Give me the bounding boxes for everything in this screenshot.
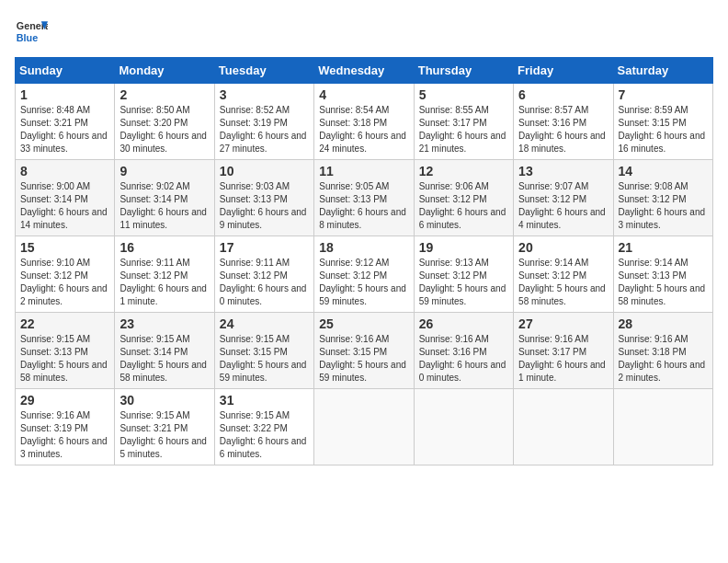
day-info: Sunrise: 9:16 AMSunset: 3:17 PMDaylight:…	[518, 333, 608, 385]
calendar-day-cell: 14Sunrise: 9:08 AMSunset: 3:12 PMDayligh…	[613, 160, 712, 236]
day-number: 7	[619, 87, 708, 102]
calendar-day-cell: 16Sunrise: 9:11 AMSunset: 3:12 PMDayligh…	[115, 236, 214, 313]
day-info: Sunrise: 8:59 AMSunset: 3:15 PMDaylight:…	[619, 104, 708, 155]
day-number: 13	[518, 164, 608, 178]
day-info: Sunrise: 9:12 AMSunset: 3:12 PMDaylight:…	[319, 257, 408, 308]
weekday-header: Saturday	[613, 58, 712, 84]
day-info: Sunrise: 8:54 AMSunset: 3:18 PMDaylight:…	[319, 104, 408, 155]
calendar-day-cell: 31Sunrise: 9:15 AMSunset: 3:22 PMDayligh…	[214, 389, 313, 465]
calendar-day-cell: 10Sunrise: 9:03 AMSunset: 3:13 PMDayligh…	[214, 160, 313, 236]
day-info: Sunrise: 9:06 AMSunset: 3:12 PMDaylight:…	[419, 180, 508, 232]
calendar-day-cell	[314, 389, 414, 465]
calendar-day-cell: 21Sunrise: 9:14 AMSunset: 3:13 PMDayligh…	[613, 236, 712, 313]
day-number: 25	[319, 316, 408, 331]
calendar-day-cell: 27Sunrise: 9:16 AMSunset: 3:17 PMDayligh…	[514, 313, 613, 389]
calendar-day-cell: 5Sunrise: 8:55 AMSunset: 3:17 PMDaylight…	[414, 84, 513, 160]
day-info: Sunrise: 9:15 AMSunset: 3:14 PMDaylight:…	[119, 333, 209, 385]
day-number: 16	[119, 240, 209, 255]
day-number: 9	[119, 164, 209, 178]
calendar-day-cell: 28Sunrise: 9:16 AMSunset: 3:18 PMDayligh…	[613, 313, 712, 389]
calendar-day-cell: 30Sunrise: 9:15 AMSunset: 3:21 PMDayligh…	[115, 389, 214, 465]
day-info: Sunrise: 9:14 AMSunset: 3:12 PMDaylight:…	[518, 257, 608, 308]
calendar-day-cell: 2Sunrise: 8:50 AMSunset: 3:20 PMDaylight…	[115, 84, 214, 160]
calendar-day-cell: 13Sunrise: 9:07 AMSunset: 3:12 PMDayligh…	[514, 160, 613, 236]
weekday-header: Sunday	[16, 58, 115, 84]
day-info: Sunrise: 9:15 AMSunset: 3:13 PMDaylight:…	[20, 333, 109, 385]
calendar-day-cell: 17Sunrise: 9:11 AMSunset: 3:12 PMDayligh…	[214, 236, 313, 313]
day-number: 26	[419, 316, 508, 331]
weekday-header: Tuesday	[214, 58, 313, 84]
calendar-day-cell: 23Sunrise: 9:15 AMSunset: 3:14 PMDayligh…	[115, 313, 214, 389]
calendar-week-row: 8Sunrise: 9:00 AMSunset: 3:14 PMDaylight…	[16, 160, 713, 236]
day-number: 28	[619, 316, 708, 331]
day-info: Sunrise: 9:16 AMSunset: 3:15 PMDaylight:…	[319, 333, 408, 385]
calendar-day-cell: 3Sunrise: 8:52 AMSunset: 3:19 PMDaylight…	[214, 84, 313, 160]
calendar-day-cell: 26Sunrise: 9:16 AMSunset: 3:16 PMDayligh…	[414, 313, 513, 389]
day-info: Sunrise: 9:15 AMSunset: 3:21 PMDaylight:…	[119, 409, 209, 461]
day-info: Sunrise: 8:50 AMSunset: 3:20 PMDaylight:…	[119, 104, 209, 155]
weekday-header: Wednesday	[314, 58, 414, 84]
calendar-day-cell: 24Sunrise: 9:15 AMSunset: 3:15 PMDayligh…	[214, 313, 313, 389]
calendar-day-cell: 20Sunrise: 9:14 AMSunset: 3:12 PMDayligh…	[514, 236, 613, 313]
day-number: 15	[20, 240, 109, 255]
day-info: Sunrise: 9:15 AMSunset: 3:15 PMDaylight:…	[220, 333, 309, 385]
calendar-day-cell: 25Sunrise: 9:16 AMSunset: 3:15 PMDayligh…	[314, 313, 414, 389]
day-number: 21	[619, 240, 708, 255]
day-number: 11	[319, 164, 408, 178]
day-info: Sunrise: 8:48 AMSunset: 3:21 PMDaylight:…	[20, 104, 109, 155]
svg-text:Blue: Blue	[17, 32, 38, 43]
day-info: Sunrise: 9:08 AMSunset: 3:12 PMDaylight:…	[619, 180, 708, 232]
day-number: 14	[619, 164, 708, 178]
calendar-header-row: SundayMondayTuesdayWednesdayThursdayFrid…	[16, 58, 713, 84]
day-number: 24	[220, 316, 309, 331]
calendar-day-cell	[613, 389, 712, 465]
day-info: Sunrise: 9:11 AMSunset: 3:12 PMDaylight:…	[220, 257, 309, 308]
day-number: 10	[220, 164, 309, 178]
day-number: 30	[119, 393, 209, 408]
day-number: 23	[119, 316, 209, 331]
day-number: 27	[518, 316, 608, 331]
day-number: 31	[220, 393, 309, 408]
calendar-day-cell: 1Sunrise: 8:48 AMSunset: 3:21 PMDaylight…	[16, 84, 115, 160]
day-info: Sunrise: 9:16 AMSunset: 3:16 PMDaylight:…	[419, 333, 508, 385]
calendar-day-cell: 8Sunrise: 9:00 AMSunset: 3:14 PMDaylight…	[16, 160, 115, 236]
day-number: 29	[20, 393, 109, 408]
day-info: Sunrise: 9:00 AMSunset: 3:14 PMDaylight:…	[20, 180, 109, 232]
calendar-day-cell: 4Sunrise: 8:54 AMSunset: 3:18 PMDaylight…	[314, 84, 414, 160]
calendar-day-cell: 9Sunrise: 9:02 AMSunset: 3:14 PMDaylight…	[115, 160, 214, 236]
day-info: Sunrise: 9:14 AMSunset: 3:13 PMDaylight:…	[619, 257, 708, 308]
logo-icon: General Blue	[15, 15, 48, 48]
calendar-week-row: 1Sunrise: 8:48 AMSunset: 3:21 PMDaylight…	[16, 84, 713, 160]
day-info: Sunrise: 9:11 AMSunset: 3:12 PMDaylight:…	[119, 257, 209, 308]
day-info: Sunrise: 9:13 AMSunset: 3:12 PMDaylight:…	[419, 257, 508, 308]
day-number: 6	[518, 87, 608, 102]
day-number: 12	[419, 164, 508, 178]
day-number: 18	[319, 240, 408, 255]
day-number: 20	[518, 240, 608, 255]
day-info: Sunrise: 9:03 AMSunset: 3:13 PMDaylight:…	[220, 180, 309, 232]
calendar-day-cell	[414, 389, 513, 465]
day-info: Sunrise: 9:07 AMSunset: 3:12 PMDaylight:…	[518, 180, 608, 232]
day-info: Sunrise: 9:16 AMSunset: 3:19 PMDaylight:…	[20, 409, 109, 461]
day-number: 19	[419, 240, 508, 255]
day-number: 1	[20, 87, 109, 102]
logo: General Blue	[15, 15, 48, 48]
day-info: Sunrise: 8:57 AMSunset: 3:16 PMDaylight:…	[518, 104, 608, 155]
calendar-week-row: 29Sunrise: 9:16 AMSunset: 3:19 PMDayligh…	[16, 389, 713, 465]
calendar-day-cell: 19Sunrise: 9:13 AMSunset: 3:12 PMDayligh…	[414, 236, 513, 313]
calendar-day-cell: 29Sunrise: 9:16 AMSunset: 3:19 PMDayligh…	[16, 389, 115, 465]
day-number: 3	[220, 87, 309, 102]
day-info: Sunrise: 9:15 AMSunset: 3:22 PMDaylight:…	[220, 409, 309, 461]
page-header: General Blue	[15, 15, 713, 48]
day-info: Sunrise: 9:10 AMSunset: 3:12 PMDaylight:…	[20, 257, 109, 308]
day-info: Sunrise: 9:05 AMSunset: 3:13 PMDaylight:…	[319, 180, 408, 232]
weekday-header: Thursday	[414, 58, 513, 84]
weekday-header: Monday	[115, 58, 214, 84]
day-number: 2	[119, 87, 209, 102]
day-number: 5	[419, 87, 508, 102]
calendar-day-cell: 7Sunrise: 8:59 AMSunset: 3:15 PMDaylight…	[613, 84, 712, 160]
calendar-day-cell	[514, 389, 613, 465]
calendar-day-cell: 12Sunrise: 9:06 AMSunset: 3:12 PMDayligh…	[414, 160, 513, 236]
calendar-day-cell: 18Sunrise: 9:12 AMSunset: 3:12 PMDayligh…	[314, 236, 414, 313]
calendar-week-row: 22Sunrise: 9:15 AMSunset: 3:13 PMDayligh…	[16, 313, 713, 389]
